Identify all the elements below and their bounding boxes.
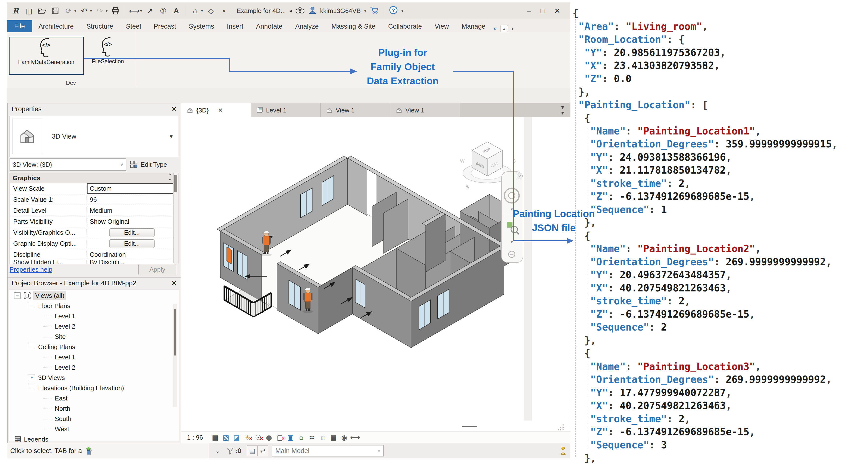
aligned-dimension-icon[interactable]: ↗ [145, 5, 155, 16]
view-type-combobox[interactable]: 3D View: {3D} ˅ [9, 158, 126, 170]
tab-overflow-icon[interactable]: » [493, 25, 497, 32]
tab-annotate[interactable]: Annotate [250, 21, 289, 32]
property-value[interactable]: Coordination [87, 249, 174, 260]
search-binoculars-icon[interactable] [295, 6, 305, 15]
view-scale-icon[interactable]: ▦ [210, 433, 220, 442]
tab-collaborate[interactable]: Collaborate [382, 21, 428, 32]
tab-structure[interactable]: Structure [80, 21, 120, 32]
tree-item-east[interactable]: East [9, 393, 179, 403]
analytical-model-icon[interactable]: ◉ [339, 433, 349, 442]
worksets-icon[interactable]: ▤ [247, 445, 257, 456]
tree-item-level-1[interactable]: Level 1 [9, 352, 179, 362]
visual-style-icon[interactable]: ◪ [232, 433, 242, 442]
tab-architecture[interactable]: Architecture [32, 21, 80, 32]
expand-icon[interactable]: + [29, 375, 35, 381]
view-tab-close-icon[interactable]: ✕ [218, 107, 223, 114]
crop-view-off-icon[interactable]: ▢× [275, 433, 285, 442]
signed-in-user[interactable]: kkim13G64VB [320, 7, 361, 15]
properties-close-icon[interactable]: ✕ [172, 105, 177, 113]
type-selector-caret-icon[interactable]: ▼ [169, 134, 174, 139]
tab-file[interactable]: File [7, 20, 32, 32]
view-caret-icon[interactable]: ▾ [201, 8, 203, 13]
default-3d-view-icon[interactable]: ⌂ [190, 5, 200, 16]
maximize-button[interactable]: □ [540, 7, 545, 15]
properties-scrollbar[interactable] [173, 173, 179, 263]
undo-icon[interactable]: ↶ [79, 5, 90, 16]
property-value[interactable]: Show Original [87, 216, 174, 227]
property-row[interactable]: DisciplineCoordination [10, 249, 174, 260]
shadows-off-icon[interactable]: ☉× [253, 433, 263, 442]
apply-button[interactable]: Apply [138, 264, 176, 275]
tab-insert[interactable]: Insert [221, 21, 250, 32]
zoom-caret-icon[interactable]: ▾ [510, 240, 513, 245]
collapse-icon[interactable]: − [29, 344, 35, 350]
tree-scrollbar[interactable] [173, 304, 177, 407]
tab-steel[interactable]: Steel [120, 21, 148, 32]
tree-item-ceiling-plans[interactable]: −Ceiling Plans [9, 342, 179, 352]
view-tab-view-1[interactable]: View 1 [320, 103, 390, 117]
measure-icon[interactable]: ⟷ [129, 5, 140, 16]
save-icon[interactable] [50, 5, 61, 16]
canvas-scrollbar[interactable] [524, 117, 532, 421]
family-data-generation-button[interactable]: </> FamilyDataGeneration [9, 37, 84, 75]
main-model-dropdown[interactable]: Main Model ˅ [272, 445, 384, 457]
sync-caret-icon[interactable]: ▾ [74, 8, 76, 13]
tab-systems[interactable]: Systems [182, 21, 221, 32]
view-tab-view-1[interactable]: View 1 [390, 103, 460, 117]
ribbon-display-toggle[interactable]: ▴ [500, 25, 508, 32]
app-store-cart-icon[interactable] [370, 6, 379, 16]
tree-item-level-2[interactable]: Level 2 [9, 321, 179, 332]
collapse-icon[interactable]: − [29, 385, 35, 391]
measure-caret-icon[interactable]: ▾ [140, 8, 142, 13]
edit-button[interactable]: Edit... [109, 228, 155, 237]
constraints-icon[interactable]: ⟷ [350, 433, 360, 442]
tree-item-views-all-[interactable]: −Views (all) [9, 290, 179, 301]
tree-item-elevations-building-elevation-[interactable]: −Elevations (Building Elevation) [9, 383, 179, 393]
ribbon-display-caret-icon[interactable]: ▾ [512, 26, 514, 31]
redo-caret-icon[interactable]: ▾ [105, 8, 107, 13]
sync-icon[interactable]: ⟳ [63, 5, 74, 16]
close-button[interactable]: ✕ [554, 7, 560, 15]
edit-button[interactable]: Edit... [109, 239, 155, 248]
combobox-caret-icon[interactable]: ˅ [120, 162, 123, 167]
title-collapse-icon[interactable]: ◂ [289, 8, 292, 14]
revit-logo-icon[interactable]: R [10, 5, 21, 16]
text-note-icon[interactable]: A [171, 5, 182, 16]
property-value[interactable]: Edit... [87, 238, 174, 249]
tree-item-level-2[interactable]: Level 2 [9, 362, 179, 373]
drawing-area[interactable]: N E S W TOP BACK LEFT [181, 117, 570, 432]
property-row[interactable]: View ScaleCustom [10, 183, 174, 194]
project-browser-close-icon[interactable]: ✕ [172, 279, 177, 287]
crop-region-icon[interactable]: ▣ [286, 433, 296, 442]
view-tab-overflow-icon[interactable]: ▼▼ [560, 103, 570, 117]
edit-type-button[interactable]: Edit Type [130, 160, 167, 169]
collapse-icon[interactable]: − [14, 292, 21, 299]
property-row[interactable]: Visibility/Graphics O...Edit... [10, 227, 174, 238]
section-collapse-icon[interactable]: ⌃⌃ [168, 173, 171, 183]
help-icon[interactable]: ? [389, 6, 398, 16]
tab-analyze[interactable]: Analyze [289, 21, 325, 32]
tab-precast[interactable]: Precast [148, 21, 183, 32]
tree-item-west[interactable]: West [9, 424, 179, 434]
graphics-section-label[interactable]: Graphics [13, 174, 40, 182]
tree-item-floor-plans[interactable]: −Floor Plans [9, 301, 179, 311]
qat-overflow-icon[interactable]: » [219, 5, 229, 16]
tree-item-level-1[interactable]: Level 1 [9, 311, 179, 321]
collapse-icon[interactable]: − [29, 303, 35, 309]
property-row[interactable]: Show Hidden Li...By Discipli... [10, 260, 174, 264]
dev-panel-label[interactable]: Dev [7, 80, 135, 86]
view-scale-button[interactable]: 1 : 96 [187, 434, 203, 441]
filter-icon[interactable] [227, 447, 234, 455]
type-selector[interactable]: 3D View ▼ [9, 116, 178, 157]
design-options-icon[interactable]: ⇄ [257, 445, 268, 456]
editable-only-icon[interactable] [560, 446, 566, 455]
redo-icon[interactable]: ↷ [94, 5, 105, 16]
tag-icon[interactable]: ① [158, 5, 168, 16]
lock-3d-view-icon[interactable]: ⌂ [296, 433, 306, 442]
property-row[interactable]: Graphic Display Opti...Edit... [10, 238, 174, 249]
user-caret-icon[interactable]: ▾ [364, 8, 366, 13]
tree-item-north[interactable]: North [9, 403, 179, 414]
ui-properties-icon[interactable]: ◫ [24, 5, 34, 16]
account-icon[interactable] [308, 6, 317, 16]
section-icon[interactable]: ◇ [206, 5, 216, 16]
